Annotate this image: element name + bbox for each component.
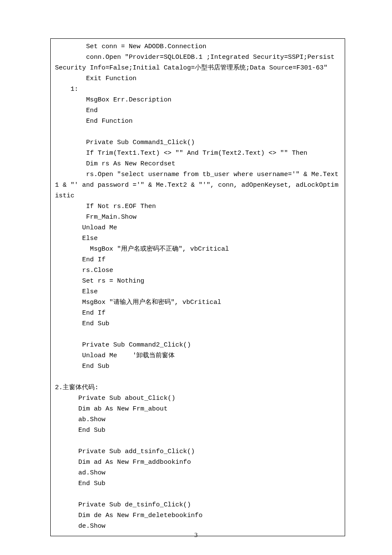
page-number: 3	[0, 532, 392, 539]
code-block: Set conn = New ADODB.Connection conn.Ope…	[55, 41, 340, 532]
document-page: Set conn = New ADODB.Connection conn.Ope…	[0, 0, 392, 555]
code-container: Set conn = New ADODB.Connection conn.Ope…	[50, 38, 345, 536]
